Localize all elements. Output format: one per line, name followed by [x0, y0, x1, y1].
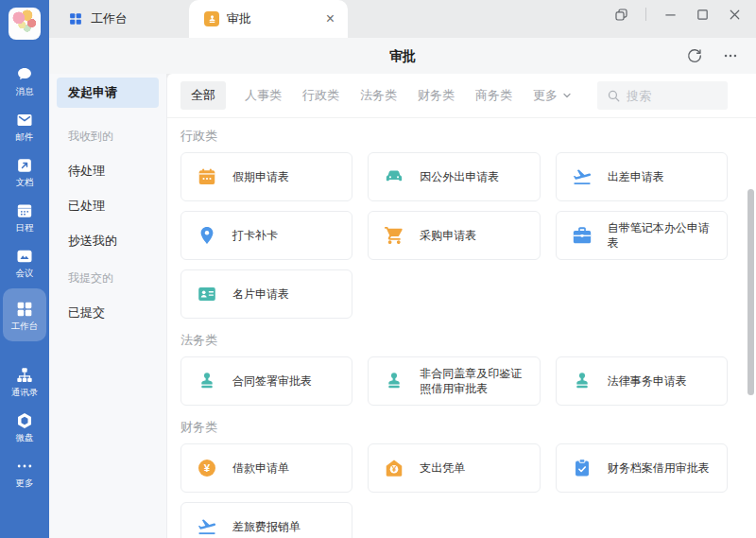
window-controls	[613, 4, 743, 25]
filter-bar: 全部人事类行政类法务类财务类商务类 更多	[180, 81, 728, 110]
titlebar: 工作台 审批 ×	[49, 0, 756, 38]
form-card[interactable]: ¥支出凭单	[368, 443, 540, 493]
form-card[interactable]: 自带笔记本办公申请表	[556, 211, 728, 260]
form-card-label: 名片申请表	[232, 286, 289, 302]
rail-item-contacts[interactable]: 通讯录	[3, 362, 46, 401]
doc-icon	[15, 156, 34, 175]
form-card-label: 自带笔记本办公申请表	[608, 220, 719, 251]
rail-item-label: 日程	[16, 223, 34, 233]
approval-sidebar: 发起申请 我收到的待处理已处理抄送我的我提交的已提交	[49, 74, 166, 538]
form-card[interactable]: 合同签署审批表	[180, 356, 352, 406]
tab-approval[interactable]: 审批 ×	[189, 0, 348, 38]
filter-tab[interactable]: 人事类	[245, 87, 282, 104]
sidebar-groups: 我收到的待处理已处理抄送我的我提交的已提交	[49, 129, 166, 321]
stamp-icon	[197, 371, 217, 391]
form-card-label: 法律事务申请表	[608, 373, 687, 389]
svg-text:¥: ¥	[204, 462, 211, 474]
page-header: 审批	[49, 38, 756, 74]
more-options-icon[interactable]	[722, 47, 739, 64]
rail-item-label: 邮件	[16, 132, 34, 142]
form-card-label: 借款申请单	[232, 460, 289, 476]
org-icon	[15, 366, 34, 385]
cart-icon	[384, 225, 404, 246]
form-card[interactable]: 采购申请表	[368, 211, 540, 260]
section-title: 财务类	[180, 419, 728, 436]
rail-item-docs[interactable]: 文档	[3, 152, 46, 191]
calendar-icon	[197, 166, 217, 187]
form-card[interactable]: 出差申请表	[556, 152, 728, 201]
briefcase-icon	[572, 225, 593, 246]
search-icon	[607, 89, 621, 103]
grid-icon	[68, 11, 83, 26]
stamp-icon	[384, 371, 404, 391]
form-card[interactable]: ¥借款申请单	[180, 443, 352, 493]
app-window: 消息邮件文档日程会议工作台通讯录微盘更多 工作台 审批 × 审批 发	[0, 0, 756, 538]
form-card[interactable]: 名片申请表	[180, 269, 352, 319]
rail-items: 消息邮件文档日程会议工作台通讯录微盘更多	[0, 55, 49, 492]
rail-item-workbench[interactable]: 工作台	[3, 288, 46, 341]
create-request-button[interactable]: 发起申请	[57, 78, 159, 108]
rail-item-messages[interactable]: 消息	[3, 61, 46, 100]
plane-icon	[572, 166, 593, 187]
close-icon[interactable]	[727, 7, 743, 23]
filter-tab[interactable]: 财务类	[418, 87, 455, 104]
dots-icon	[15, 457, 34, 476]
form-card[interactable]: 假期申请表	[180, 152, 352, 201]
rail-item-more[interactable]: 更多	[3, 453, 46, 492]
filter-tab[interactable]: 全部	[180, 81, 226, 110]
form-card[interactable]: 法律事务申请表	[556, 356, 728, 406]
scrollbar-thumb[interactable]	[747, 189, 754, 395]
hexagon-icon	[15, 411, 34, 430]
sidebar-item[interactable]: 待处理	[68, 163, 166, 180]
section-title: 法务类	[180, 332, 728, 349]
tab-workbench[interactable]: 工作台	[68, 0, 128, 38]
refresh-icon[interactable]	[686, 47, 703, 64]
chevron-down-icon	[562, 91, 572, 100]
rail-item-meeting[interactable]: 会议	[3, 243, 46, 282]
mail-icon	[15, 111, 34, 130]
tab-label: 审批	[227, 10, 251, 27]
close-tab-icon[interactable]: ×	[326, 11, 335, 26]
form-card-label: 差旅费报销单	[232, 519, 301, 534]
overlap-windows-icon[interactable]	[613, 7, 629, 23]
rail-item-mail[interactable]: 邮件	[3, 107, 46, 146]
divider	[645, 8, 646, 21]
svg-text:¥: ¥	[392, 465, 397, 474]
filter-tab[interactable]: 行政类	[302, 87, 339, 104]
form-section: 法务类合同签署审批表非合同盖章及印鉴证照借用审批表法律事务申请表	[180, 332, 728, 406]
form-card-label: 合同签署审批表	[232, 373, 312, 389]
pin-icon	[197, 225, 217, 246]
filter-more[interactable]: 更多	[533, 87, 572, 104]
form-card[interactable]: 因公外出申请表	[368, 152, 540, 201]
search-box[interactable]	[597, 81, 728, 110]
form-card-label: 假期申请表	[232, 169, 289, 184]
form-card[interactable]: 打卡补卡	[180, 211, 352, 260]
rail-item-drive[interactable]: 微盘	[3, 408, 46, 446]
rail-item-label: 会议	[16, 269, 34, 278]
user-avatar[interactable]	[9, 8, 41, 40]
form-card-label: 因公外出申请表	[420, 169, 499, 184]
filter-tab[interactable]: 商务类	[475, 87, 512, 104]
section-title: 行政类	[180, 128, 728, 145]
maximize-icon[interactable]	[695, 7, 711, 23]
sidebar-group-title: 我收到的	[68, 129, 166, 145]
page-title: 审批	[49, 38, 756, 74]
form-section: 行政类假期申请表因公外出申请表出差申请表打卡补卡采购申请表自带笔记本办公申请表名…	[180, 128, 728, 319]
sidebar-item[interactable]: 已提交	[68, 304, 166, 321]
form-card[interactable]: 财务档案借用审批表	[556, 443, 728, 493]
filter-tab[interactable]: 法务类	[360, 87, 397, 104]
form-card[interactable]: 差旅费报销单	[180, 502, 352, 538]
stamp-icon	[572, 371, 593, 391]
rail-item-schedule[interactable]: 日程	[3, 198, 46, 236]
sidebar-item[interactable]: 抄送我的	[68, 233, 166, 250]
car-icon	[384, 166, 404, 187]
form-card-label: 财务档案借用审批表	[608, 460, 710, 476]
sidebar-item[interactable]: 已处理	[68, 198, 166, 215]
form-card-label: 出差申请表	[608, 169, 664, 184]
form-card-label: 打卡补卡	[232, 228, 278, 243]
search-input[interactable]	[627, 89, 718, 103]
house-yen-icon: ¥	[384, 458, 404, 478]
minimize-icon[interactable]	[662, 7, 679, 23]
plane-icon	[197, 516, 217, 537]
form-card[interactable]: 非合同盖章及印鉴证照借用审批表	[368, 356, 540, 406]
